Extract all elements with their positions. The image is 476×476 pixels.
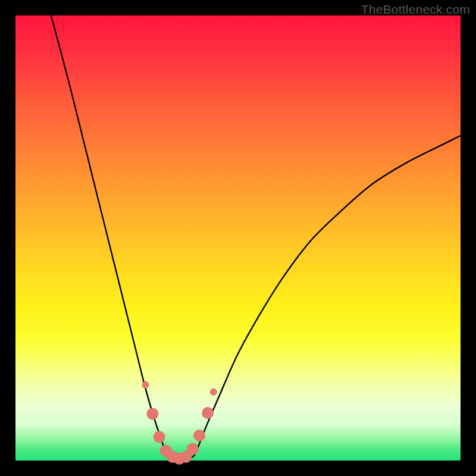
bottleneck-curve — [51, 15, 461, 461]
highlight-markers — [142, 381, 217, 465]
marker-dot — [142, 381, 149, 389]
plot-area — [15, 15, 461, 461]
outer-frame: TheBottleneck.com — [0, 0, 476, 476]
marker-dot — [187, 443, 199, 455]
marker-dot — [202, 407, 214, 419]
marker-dot — [210, 389, 217, 396]
watermark-text: TheBottleneck.com — [361, 2, 470, 17]
marker-dot — [146, 408, 158, 419]
marker-dot — [193, 430, 205, 441]
chart-svg — [15, 15, 461, 461]
marker-dot — [154, 431, 165, 443]
